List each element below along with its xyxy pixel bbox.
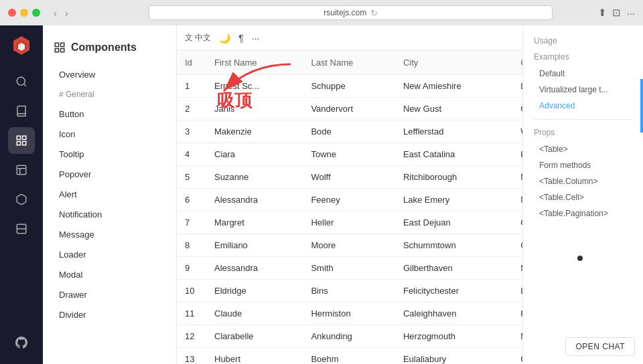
cell-first_name: Emiliano [206, 234, 303, 257]
right-item-table-cell[interactable]: <Table.Cell> [523, 189, 643, 205]
cell-first_name: Ciara [206, 143, 303, 166]
cell-city: Herzogmouth [395, 325, 512, 348]
right-item-advanced[interactable]: Advanced [523, 98, 643, 114]
plugin-sidebar-btn[interactable] [8, 186, 35, 213]
cell-last_name: Towne [303, 143, 395, 166]
cell-id: 6 [177, 189, 206, 211]
right-item-table[interactable]: <Table> [523, 141, 643, 157]
close-button[interactable] [8, 9, 16, 17]
dark-mode-icon[interactable]: 🌙 [219, 33, 230, 43]
right-examples-title: Examples [523, 50, 643, 66]
cell-city: East Dejuan [395, 211, 512, 234]
svg-rect-11 [55, 43, 58, 46]
cell-city: New Gust [395, 98, 512, 120]
cell-id: 2 [177, 98, 206, 120]
svg-point-3 [17, 77, 25, 85]
cell-id: 1 [177, 75, 206, 98]
sidebar-item-button[interactable]: Button [48, 104, 171, 124]
icon-sidebar [0, 25, 43, 364]
share-icon[interactable]: ⬆ [598, 7, 607, 19]
titlebar-right: ⬆ ⊡ ··· [598, 7, 635, 19]
right-item-table-column[interactable]: <Table.Column> [523, 173, 643, 189]
col-city: City [395, 51, 512, 75]
cell-first_name: Alessandra [206, 257, 303, 280]
search-sidebar-btn[interactable] [8, 68, 35, 95]
right-item-form-methods[interactable]: Form methods [523, 157, 643, 173]
cell-last_name: Boehm [303, 348, 395, 365]
more-options-icon[interactable]: ··· [252, 33, 260, 43]
sidebar-item-popover[interactable]: Popover [48, 165, 171, 184]
cell-first_name: Suzanne [206, 166, 303, 189]
right-item-default[interactable]: Default [523, 66, 643, 82]
svg-rect-12 [61, 43, 64, 46]
cell-first_name: Janis [206, 98, 303, 120]
svg-line-4 [23, 84, 25, 86]
sidebar-item-loader[interactable]: Loader [48, 245, 171, 264]
cell-id: 4 [177, 143, 206, 166]
cell-city: Lefflerstad [395, 120, 512, 143]
cell-id: 9 [177, 257, 206, 280]
cell-id: 5 [177, 166, 206, 189]
svg-rect-9 [17, 165, 26, 175]
cell-city: Lake Emery [395, 189, 512, 211]
address-bar[interactable]: rsuitejs.com ↻ [149, 5, 553, 20]
typography-icon[interactable]: ¶ [238, 33, 244, 43]
sidebar-item-icon[interactable]: Icon [48, 124, 171, 144]
svg-rect-8 [17, 142, 20, 145]
cell-first_name: Makenzie [206, 120, 303, 143]
components-label: Components [71, 41, 137, 54]
right-item-table-pagination[interactable]: <Table.Pagination> [523, 205, 643, 221]
nav-sidebar: Components Overview # General Button Ico… [43, 25, 177, 364]
sidebar-item-message[interactable]: Message [48, 225, 171, 244]
sidebar-toggle-icon[interactable]: ⊡ [612, 7, 621, 19]
sidebar-section-general: # General [48, 85, 171, 104]
cell-id: 11 [177, 302, 206, 325]
sidebar-item-modal[interactable]: Modal [48, 265, 171, 284]
template-sidebar-btn[interactable] [8, 157, 35, 183]
main-layout: Components Overview # General Button Ico… [0, 25, 643, 364]
more-icon[interactable]: ··· [626, 7, 635, 19]
cell-last_name: Feeney [303, 189, 395, 211]
cell-city: New Amieshire [395, 75, 512, 98]
cell-first_name: Eldridge [206, 280, 303, 302]
right-usage-title: Usage [523, 33, 643, 50]
sidebar-item-alert[interactable]: Alert [48, 185, 171, 204]
minimize-button[interactable] [20, 9, 28, 17]
book-sidebar-btn[interactable] [8, 98, 35, 124]
sidebar-bottom [8, 329, 35, 356]
forward-button[interactable]: › [62, 6, 71, 20]
logo[interactable] [9, 33, 33, 58]
cell-id: 13 [177, 348, 206, 365]
cell-id: 10 [177, 280, 206, 302]
cell-last_name: Bode [303, 120, 395, 143]
cell-city: Schummtown [395, 234, 512, 257]
language-icon[interactable]: 文 中文 [185, 32, 211, 43]
cell-last_name: Ankunding [303, 325, 395, 348]
cell-last_name: Moore [303, 234, 395, 257]
sidebar-item-notification[interactable]: Notification [48, 205, 171, 224]
right-item-virtualized[interactable]: Virtualized large t... [523, 82, 643, 98]
layout-sidebar-btn[interactable] [8, 215, 35, 242]
cell-city: Gilberthaven [395, 257, 512, 280]
github-sidebar-btn[interactable] [8, 329, 35, 356]
cell-first_name: Margret [206, 211, 303, 234]
cell-last_name: Smith [303, 257, 395, 280]
col-id: Id [177, 51, 206, 75]
cell-last_name: Vandervort [303, 98, 395, 120]
cell-id: 7 [177, 211, 206, 234]
reload-icon[interactable]: ↻ [370, 8, 378, 18]
back-button[interactable]: ‹ [51, 6, 60, 20]
components-sidebar-btn[interactable] [8, 127, 35, 154]
sidebar-item-tooltip[interactable]: Tooltip [48, 145, 171, 164]
content-area: 吸顶 文 中文 🌙 ¶ ··· Id First Name Last Name … [177, 25, 643, 364]
sidebar-item-overview[interactable]: Overview [48, 65, 171, 84]
titlebar: ‹ › rsuitejs.com ↻ ⬆ ⊡ ··· [0, 0, 643, 25]
sidebar-item-drawer[interactable]: Drawer [48, 285, 171, 304]
sidebar-item-divider[interactable]: Divider [48, 305, 171, 325]
open-chat-button[interactable]: OPEN CHAT [565, 337, 635, 356]
url-text: rsuitejs.com [324, 8, 366, 17]
content-header: 文 中文 🌙 ¶ ··· [177, 25, 522, 51]
maximize-button[interactable] [32, 9, 40, 17]
right-props-title: Props [523, 125, 643, 141]
cell-first_name: Ernest Sc... [206, 75, 303, 98]
